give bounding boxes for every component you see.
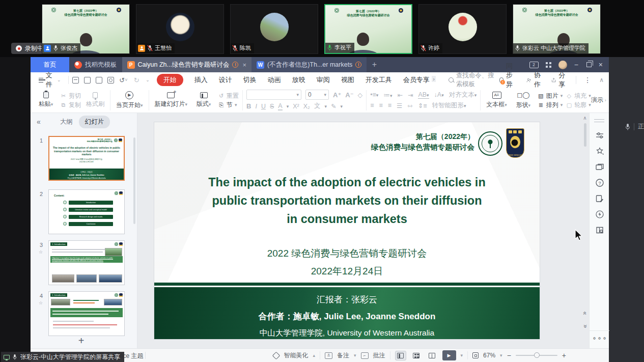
distribute-icon[interactable]: ⇿ <box>407 102 412 109</box>
decrease-font-button[interactable]: A⁻ <box>345 91 353 99</box>
section-button[interactable]: ⎘节▾ <box>218 102 239 108</box>
notes-button[interactable]: 备注 <box>337 351 349 360</box>
increase-font-button[interactable]: A⁺ <box>333 91 341 99</box>
file-menu[interactable]: 文件 ⌄ <box>36 71 64 89</box>
fill-button[interactable]: ◇填充▾ <box>566 93 591 99</box>
next-slide-button[interactable]: « <box>581 323 589 329</box>
slide-show-panel-icon[interactable] <box>590 159 609 175</box>
tab-home[interactable]: 首页 <box>31 57 69 72</box>
zoom-slider-knob[interactable] <box>534 352 540 358</box>
align-left-icon[interactable]: ≡ <box>370 102 374 109</box>
feedback-edit-icon[interactable] <box>590 190 609 206</box>
participant-tile[interactable]: 许婷 <box>418 4 507 54</box>
redo-icon[interactable]: ↻ <box>132 76 141 84</box>
panel-scrollbar[interactable] <box>133 137 135 224</box>
slide-canvas[interactable]: 第七届（2022年） 绿色消费与绿色营销专题研讨会 SEEK WISDOM Th… <box>154 122 540 339</box>
reading-view-button[interactable] <box>427 351 438 360</box>
slide-sorter-view-button[interactable] <box>411 351 422 360</box>
present-panel-toggle[interactable]: 演示 › <box>591 96 606 104</box>
tab-slides[interactable]: 幻灯片 <box>79 116 110 128</box>
chevron-down-icon[interactable]: ▾ <box>500 353 502 358</box>
align-right-icon[interactable]: ≡ <box>388 102 391 109</box>
editing-canvas[interactable]: 第七届（2022年） 绿色消费与绿色营销专题研讨会 SEEK WISDOM Th… <box>137 113 589 348</box>
textbox-button[interactable]: A≡ 文本框▾ <box>484 89 509 112</box>
sysu-logo[interactable] <box>478 129 503 158</box>
zoom-slider[interactable] <box>516 355 557 356</box>
more-tools-icon[interactable]: ⚬⚬⚬ <box>590 330 609 342</box>
more-options-icon[interactable]: ⋮ <box>584 76 591 84</box>
new-slide-button[interactable]: 新建幻灯片▾ <box>153 89 190 112</box>
new-tab-button[interactable]: + <box>367 57 382 72</box>
collapse-ribbon-icon[interactable]: ∧ <box>599 76 604 83</box>
slide-thumbnail-4[interactable]: 1. Introduction <box>48 291 125 336</box>
meeting-floating-toolbar[interactable]: 正 <box>625 122 644 131</box>
menu-membership[interactable]: 会员专享 <box>403 75 435 85</box>
pinyin-button[interactable]: 文 <box>314 102 321 110</box>
clear-format-button[interactable]: ◇ <box>358 91 363 99</box>
strikethrough-button[interactable]: S <box>270 103 274 110</box>
customize-toolbar-icon[interactable]: ⌄ <box>146 77 150 82</box>
scroll-up-icon[interactable]: ∧ <box>582 115 588 121</box>
zoom-out-button[interactable]: − <box>507 351 511 359</box>
character-spacing-button[interactable]: AB▾ <box>418 91 429 99</box>
restore-button[interactable] <box>586 62 592 67</box>
line-spacing-button[interactable]: ⇕≡ <box>418 102 427 109</box>
menu-design[interactable]: 设计 <box>219 75 232 85</box>
highlight-button[interactable]: ✎ <box>331 102 336 110</box>
cut-button[interactable]: ✂剪切 <box>60 93 81 99</box>
menu-slideshow[interactable]: 放映 <box>292 75 305 85</box>
command-search[interactable]: 查找命令、搜索模板 <box>448 71 499 89</box>
format-painter-button[interactable]: 格式刷 <box>84 89 106 112</box>
normal-view-button[interactable] <box>395 351 406 360</box>
font-color-button[interactable]: A <box>278 102 282 110</box>
tab-document-2[interactable]: W (不含作者信息)Th...er markets ! <box>251 57 367 72</box>
dictionary-search-icon[interactable] <box>590 222 609 238</box>
shapes-button[interactable]: ◻◯ 形状▾ <box>512 89 535 112</box>
slide-footer[interactable]: 汇报者：张彩云 合作者：施卓敏, Julie Lee, Joanne Snedd… <box>154 287 540 339</box>
slide-thumbnail-1[interactable]: 第七届（2022年）绿色消费与绿色营销专题研讨会 The impact of t… <box>48 136 125 181</box>
play-from-current-button[interactable]: ▶ 当页开始▾ <box>114 89 145 112</box>
conference-banner[interactable]: 第七届（2022年） 绿色消费与绿色营销专题研讨会 <box>371 131 474 153</box>
bold-button[interactable]: B <box>246 102 251 110</box>
paste-button[interactable]: 粘贴▾ <box>35 89 57 112</box>
smart-beautify-button[interactable]: 智能美化 <box>284 351 308 360</box>
participant-tile-speaking[interactable]: 第七届（2022年）绿色消费与绿色营销专题研讨会 李祝平 <box>324 4 412 54</box>
undo-icon[interactable]: ↺˅ <box>119 76 127 84</box>
previous-slide-button[interactable]: « <box>581 310 589 316</box>
underline-button[interactable]: U <box>261 103 266 110</box>
arrange-button[interactable]: ≣排列▾ <box>538 102 563 108</box>
slideshow-play-button[interactable]: ▶ <box>442 350 456 360</box>
scrollbar-thumb[interactable] <box>584 123 586 147</box>
menu-review[interactable]: 审阅 <box>317 75 330 85</box>
participant-tile[interactable]: 第七届（2022年）绿色消费与绿色营销专题研讨会 张彩云 中山大学管理学院 <box>513 4 601 54</box>
participant-tile[interactable]: 陈凯 <box>230 4 318 54</box>
menu-view[interactable]: 视图 <box>341 75 354 85</box>
menu-insert[interactable]: 插入 <box>194 75 208 85</box>
tab-document-active[interactable]: P Caiyun Zh...绿色营销专题研讨会 ! × <box>122 57 251 72</box>
slide-subtitle[interactable]: 2022 绿色消费与绿色营销专题研讨会 2022年12月24日 <box>164 244 529 280</box>
properties-settings-icon[interactable] <box>590 127 609 143</box>
decrease-indent-button[interactable]: ⇤ <box>397 91 402 99</box>
close-tab-icon[interactable]: × <box>242 61 246 69</box>
comments-button[interactable]: 批注 <box>373 351 385 360</box>
layout-button[interactable]: 版式▾ <box>192 89 215 112</box>
slide-title[interactable]: The impact of the adoption of electric v… <box>164 173 529 228</box>
chevron-down-icon[interactable]: ▾ <box>461 353 463 358</box>
collaborate-button[interactable]: 协作 <box>526 71 543 89</box>
justify-icon[interactable]: ☰ <box>397 102 402 109</box>
rail-handle-icon[interactable] <box>594 119 604 122</box>
font-size-select[interactable]: 0▾ <box>305 90 329 100</box>
smart-beautify-icon[interactable] <box>590 143 609 159</box>
print-preview-icon[interactable] <box>107 77 114 83</box>
menu-devtools[interactable]: 开发工具 <box>366 75 392 85</box>
chevron-up-icon[interactable]: ▴ <box>313 353 315 358</box>
fit-to-window-icon[interactable] <box>472 352 479 358</box>
text-direction-button[interactable]: ↓A▾ <box>434 91 444 98</box>
slide-thumbnail-3[interactable]: 1. Introduction Objective 1: to explore … <box>48 240 125 285</box>
reset-button[interactable]: ↺重置 <box>218 93 239 99</box>
subscript-button[interactable]: X₂ <box>303 103 310 110</box>
participant-tile[interactable]: 第七届（2022年）绿色消费与绿色营销专题研讨会 张俊杰 <box>42 4 130 54</box>
menu-transition[interactable]: 切换 <box>243 75 257 85</box>
participant-tile[interactable]: 王慧怡 <box>136 4 224 54</box>
numbered-list-button[interactable]: ≔▾ <box>383 91 392 99</box>
